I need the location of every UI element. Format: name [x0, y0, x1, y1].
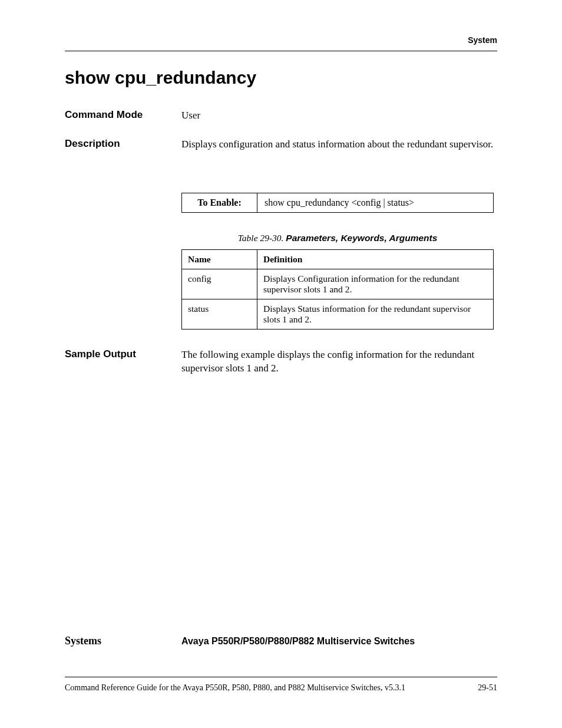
systems-label: Systems — [65, 635, 181, 648]
systems-value: Avaya P550R/P580/P880/P882 Multiservice … — [181, 635, 497, 648]
param-definition: Displays Status information for the redu… — [257, 299, 494, 329]
sample-output-value: The following example displays the confi… — [181, 348, 497, 375]
syntax-value: show cpu_redundancy <config | status> — [257, 193, 494, 212]
table-caption: Table 29-30. Parameters, Keywords, Argum… — [181, 233, 494, 243]
command-mode-row: Command Mode User — [65, 109, 497, 123]
params-header-row: Name Definition — [182, 249, 494, 269]
description-row: Description Displays configuration and s… — [65, 138, 497, 151]
header-section: System — [65, 35, 497, 51]
header-section-label: System — [468, 35, 497, 45]
footer: Command Reference Guide for the Avaya P5… — [65, 677, 497, 693]
systems-row: Systems Avaya P550R/P580/P880/P882 Multi… — [65, 635, 497, 648]
syntax-table: To Enable: show cpu_redundancy <config |… — [181, 193, 494, 213]
params-header-name: Name — [182, 249, 257, 269]
param-definition: Displays Configuration information for t… — [257, 269, 494, 299]
sample-output-row: Sample Output The following example disp… — [65, 348, 497, 375]
params-header-definition: Definition — [257, 249, 494, 269]
syntax-row: To Enable: show cpu_redundancy <config |… — [182, 193, 494, 212]
command-mode-label: Command Mode — [65, 109, 181, 123]
page-title: show cpu_redundancy — [65, 68, 497, 88]
syntax-key: To Enable: — [182, 193, 257, 212]
sample-output-label: Sample Output — [65, 348, 181, 375]
description-label: Description — [65, 138, 181, 151]
footer-right: 29-51 — [478, 683, 497, 693]
param-name: status — [182, 299, 257, 329]
table-row: status Displays Status information for t… — [182, 299, 494, 329]
description-value: Displays configuration and status inform… — [181, 138, 497, 151]
table-caption-title: Parameters, Keywords, Arguments — [286, 233, 437, 243]
footer-left: Command Reference Guide for the Avaya P5… — [65, 683, 405, 693]
command-mode-value: User — [181, 109, 497, 123]
table-row: config Displays Configuration informatio… — [182, 269, 494, 299]
params-table: Name Definition config Displays Configur… — [181, 249, 494, 330]
param-name: config — [182, 269, 257, 299]
table-caption-prefix: Table 29-30. — [238, 233, 284, 243]
